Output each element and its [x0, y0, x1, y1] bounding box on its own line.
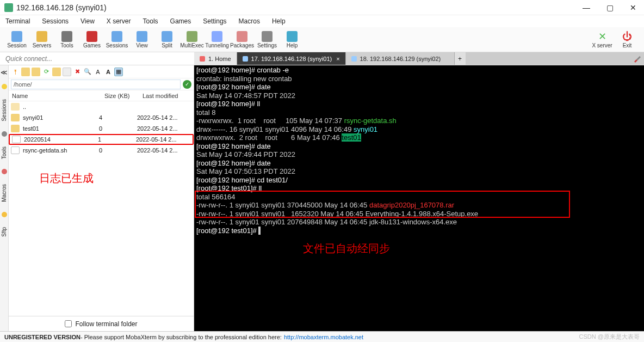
col-size[interactable]: Size (KB)	[101, 93, 139, 99]
side-tab-macros[interactable]: Macros	[1, 182, 7, 204]
session-tabs: 1. Home 17. 192.168.146.128 (synyi01)× 1…	[194, 52, 644, 65]
toolbar-sessions[interactable]: Sessions	[104, 31, 129, 48]
tab-close-icon[interactable]: ×	[336, 56, 339, 62]
terminal-icon	[351, 56, 357, 62]
globe-icon	[2, 212, 7, 217]
file-size: 1	[98, 136, 136, 143]
grid-view-icon[interactable]: ▦	[114, 68, 123, 76]
servers-icon	[36, 31, 47, 42]
refresh-icon[interactable]: ⟳	[42, 68, 51, 76]
status-link[interactable]: http://mobaxterm.mobatek.net	[284, 334, 363, 340]
toolbar-view[interactable]: View	[129, 31, 154, 48]
tab-add-button[interactable]: +	[455, 52, 466, 65]
side-tab-sftp[interactable]: Sftp	[1, 225, 7, 239]
toolbar-games[interactable]: Games	[79, 31, 104, 48]
menu-xserver[interactable]: X server	[107, 17, 131, 25]
sftp-path-row: ✓	[9, 78, 194, 90]
menu-tools[interactable]: Tools	[143, 17, 158, 25]
follow-terminal-label: Follow terminal folder	[75, 320, 137, 328]
toolbar-split[interactable]: Split	[154, 31, 179, 48]
title-bar: 192.168.146.128 (synyi01) — ▢ ✕	[0, 0, 644, 15]
sftp-path-input[interactable]	[11, 80, 181, 89]
tunneling-icon	[212, 31, 222, 42]
star-icon	[2, 84, 7, 89]
col-modified[interactable]: Last modified	[139, 93, 194, 99]
collapse-icon[interactable]: ≪	[1, 69, 8, 76]
follow-terminal-checkbox[interactable]	[65, 320, 72, 327]
folder-icon	[11, 114, 20, 121]
tab-session-1[interactable]: 17. 192.168.146.128 (synyi01)×	[237, 52, 346, 65]
delete-icon[interactable]: ✖	[73, 68, 82, 76]
bold-icon[interactable]: A	[104, 68, 113, 76]
toolbar-tools[interactable]: Tools	[54, 31, 79, 48]
record-icon	[2, 169, 7, 174]
menu-macros[interactable]: Macros	[239, 17, 260, 25]
status-message: - Please support MobaXterm by subscribin…	[81, 334, 282, 340]
toolbar-servers[interactable]: Servers	[29, 31, 54, 48]
file-name: test01	[23, 125, 99, 132]
up-icon[interactable]: ⭱	[11, 68, 20, 76]
quick-connect-input[interactable]	[0, 52, 194, 65]
unregistered-label: UNREGISTERED VERSION	[4, 334, 81, 340]
menu-settings[interactable]: Settings	[203, 17, 226, 25]
toolbar-help[interactable]: Help	[280, 31, 305, 48]
minimize-button[interactable]: —	[579, 3, 593, 12]
toolbar-tunneling[interactable]: Tunneling	[205, 31, 230, 48]
font-icon[interactable]: A	[94, 68, 102, 76]
new-folder-icon[interactable]	[52, 68, 61, 76]
main-area: ≪ Sessions Tools Macros Sftp ⭱ ⟳ ✖ 🔍 A A…	[0, 65, 644, 331]
side-tab-tools[interactable]: Tools	[1, 144, 7, 161]
watermark: CSDN @原来是大表哥	[579, 333, 640, 341]
menu-terminal[interactable]: Terminal	[5, 17, 30, 25]
close-button[interactable]: ✕	[627, 3, 640, 12]
col-name[interactable]: Name	[9, 93, 101, 99]
file-modified: 2022-05-14 2...	[137, 114, 191, 121]
toolbar-packages[interactable]: Packages	[230, 31, 255, 48]
tab-session-2[interactable]: 18. 192.168.146.129 (synyi02)	[346, 52, 455, 65]
file-icon	[12, 136, 21, 143]
exit-icon: ⏻	[622, 31, 633, 42]
brush-icon[interactable]	[633, 54, 642, 63]
sftp-file-list[interactable]: ..synyi0142022-05-14 2...test0102022-05-…	[9, 101, 194, 316]
file-row[interactable]: ..	[9, 101, 194, 112]
menu-games[interactable]: Games	[170, 17, 191, 25]
home-icon	[200, 56, 205, 62]
annotation-log-generated: 日志已生成	[39, 171, 94, 186]
games-icon	[86, 31, 97, 42]
menu-view[interactable]: View	[81, 17, 95, 25]
tab-home-label: 1. Home	[208, 56, 231, 62]
search-icon[interactable]: 🔍	[83, 68, 92, 76]
toolbar-settings[interactable]: Settings	[255, 31, 280, 48]
menu-help[interactable]: Help	[272, 17, 286, 25]
annotation-file-synced: 文件已自动经同步	[303, 245, 390, 253]
menu-bar: Terminal Sessions View X server Tools Ga…	[0, 15, 644, 27]
x server-icon: ✕	[597, 31, 608, 42]
file-row[interactable]: synyi0142022-05-14 2...	[9, 112, 194, 123]
file-modified: 2022-05-14 2...	[137, 147, 191, 154]
file-row[interactable]: 2022051412022-05-14 2...	[9, 134, 194, 145]
sftp-toolbar: ⭱ ⟳ ✖ 🔍 A A ▦	[9, 65, 194, 78]
toolbar-multiexec[interactable]: MultiExec	[179, 31, 205, 48]
session-icon	[11, 31, 22, 42]
menu-sessions[interactable]: Sessions	[42, 17, 69, 25]
side-tab-sessions[interactable]: Sessions	[1, 97, 7, 124]
file-icon	[11, 146, 20, 154]
toolbar-exit[interactable]: ⏻Exit	[615, 31, 640, 48]
file-name: ..	[23, 103, 99, 110]
terminal-pane[interactable]: [root@192 home]# crontab -e crontab: ins…	[194, 65, 644, 331]
file-row[interactable]: rsync-getdata.sh02022-05-14 2...	[9, 145, 194, 156]
toolbar-session[interactable]: Session	[4, 31, 29, 48]
tab-home[interactable]: 1. Home	[194, 52, 237, 65]
toolbar-x-server[interactable]: ✕X server	[590, 31, 615, 48]
new-file-icon[interactable]	[63, 68, 71, 76]
file-modified: 2022-05-14 2...	[136, 136, 190, 143]
folder-icon[interactable]	[21, 68, 30, 76]
side-tab-strip: ≪ Sessions Tools Macros Sftp	[0, 65, 9, 331]
folder-open-icon[interactable]	[32, 68, 40, 76]
help-icon	[287, 31, 298, 42]
app-icon	[4, 3, 13, 12]
path-ok-icon: ✓	[183, 80, 191, 89]
file-size: 4	[99, 114, 137, 121]
file-row[interactable]: test0102022-05-14 2...	[9, 123, 194, 134]
maximize-button[interactable]: ▢	[603, 3, 617, 12]
